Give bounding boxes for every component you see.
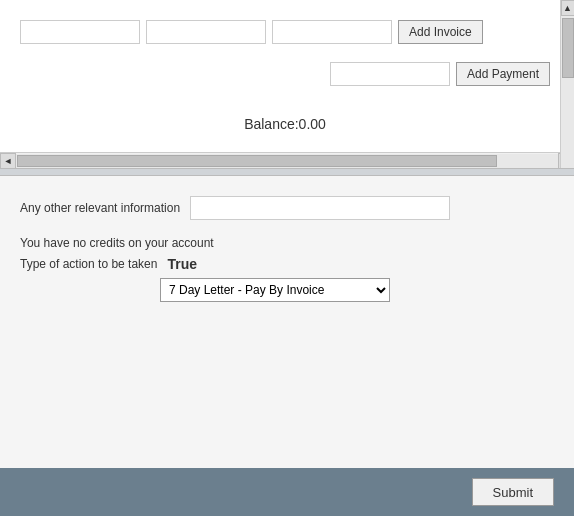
balance-label: Balance: [244, 116, 298, 132]
invoice-input-3[interactable] [272, 20, 392, 44]
other-info-input[interactable] [190, 196, 450, 220]
vertical-scrollbar[interactable]: ▲ ▼ [560, 0, 574, 168]
add-payment-button[interactable]: Add Payment [456, 62, 550, 86]
invoice-input-1[interactable] [20, 20, 140, 44]
h-scroll-thumb[interactable] [17, 155, 497, 167]
panel-divider [0, 168, 574, 176]
scroll-left-icon: ◄ [4, 156, 13, 166]
credits-section: You have no credits on your account Type… [20, 236, 554, 302]
scroll-up-button[interactable]: ▲ [561, 0, 575, 16]
action-row: Type of action to be taken True [20, 256, 554, 272]
payment-row: Add Payment [0, 54, 574, 96]
balance-row: Balance: 0.00 [0, 96, 574, 152]
action-select-offset: 7 Day Letter - Pay By Invoice14 Day Lett… [160, 278, 390, 302]
main-container: ▲ ▼ Add Invoice Add Payment Balance: 0.0… [0, 0, 574, 516]
submit-button[interactable]: Submit [472, 478, 554, 506]
scroll-left-button[interactable]: ◄ [0, 153, 16, 169]
scroll-track [561, 16, 575, 168]
action-select[interactable]: 7 Day Letter - Pay By Invoice14 Day Lett… [160, 278, 390, 302]
bottom-panel: Any other relevant information You have … [0, 176, 574, 468]
scroll-thumb[interactable] [562, 18, 574, 78]
balance-value: 0.00 [299, 116, 326, 132]
no-credits-text: You have no credits on your account [20, 236, 554, 250]
invoice-input-2[interactable] [146, 20, 266, 44]
h-scroll-track [16, 154, 558, 168]
action-value: True [167, 256, 197, 272]
invoice-row: Add Invoice [0, 0, 574, 54]
scroll-up-icon: ▲ [563, 3, 572, 13]
top-panel: ▲ ▼ Add Invoice Add Payment Balance: 0.0… [0, 0, 574, 168]
add-invoice-button[interactable]: Add Invoice [398, 20, 483, 44]
other-info-row: Any other relevant information [20, 196, 554, 220]
payment-input[interactable] [330, 62, 450, 86]
action-select-row: 7 Day Letter - Pay By Invoice14 Day Lett… [20, 278, 554, 302]
action-label: Type of action to be taken [20, 257, 157, 271]
other-info-label: Any other relevant information [20, 201, 180, 215]
horizontal-scrollbar[interactable]: ◄ ► [0, 152, 574, 168]
footer: Submit [0, 468, 574, 516]
